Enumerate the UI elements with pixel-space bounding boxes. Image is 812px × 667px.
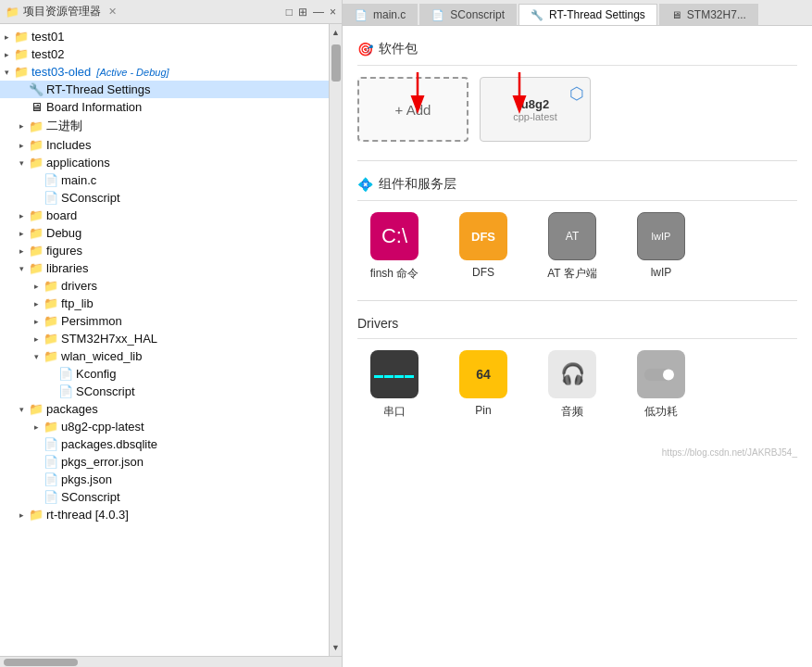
- panel-title: 📁 项目资源管理器 ✕: [6, 4, 117, 19]
- tree-label-test01: test01: [31, 30, 64, 44]
- panel-icon-3[interactable]: —: [313, 6, 324, 19]
- tree-item-rt-thread[interactable]: ▸📁rt-thread [4.0.3]: [0, 506, 329, 523]
- tree-item-board-info[interactable]: 🖥Board Information: [0, 98, 329, 116]
- tree-arrow-figures[interactable]: ▸: [15, 246, 28, 256]
- tree-item-main-c[interactable]: 📄main.c: [0, 171, 329, 189]
- tree-item-ftp_lib[interactable]: ▸📁ftp_lib: [0, 295, 329, 312]
- tree-arrow-test03-oled[interactable]: ▾: [0, 68, 13, 77]
- tree-item-drivers[interactable]: ▸📁drivers: [0, 277, 329, 295]
- tree-item-u8g2-cpp[interactable]: ▸📁u8g2-cpp-latest: [0, 418, 329, 435]
- tree-item-pkgs-error[interactable]: 📄pkgs_error.json: [0, 453, 329, 471]
- tree-item-packages[interactable]: ▾📁packages: [0, 400, 329, 418]
- package-logo-icon: ⬡: [569, 83, 584, 104]
- tree-item-test02[interactable]: ▸📁test02: [0, 45, 329, 63]
- software-packages-icon: 🎯: [357, 42, 373, 57]
- vertical-scrollbar[interactable]: ▲ ▼: [329, 24, 342, 656]
- tree-item-test03-oled[interactable]: ▾📁test03-oled[Active - Debug]: [0, 63, 329, 81]
- tree-label-sconscript1: SConscript: [61, 191, 120, 205]
- tree-arrow-test01[interactable]: ▸: [0, 32, 13, 42]
- package-card-u8g2[interactable]: u8g2 cpp-latest ⬡: [480, 77, 591, 142]
- tree-arrow-board[interactable]: ▸: [15, 211, 28, 220]
- tree-arrow-debug[interactable]: ▸: [15, 229, 28, 238]
- add-package-button[interactable]: + Add: [357, 77, 468, 142]
- tree-item-rt-thread-settings[interactable]: 🔧RT-Thread Settings: [0, 81, 329, 98]
- tree-arrow-u8g2-cpp[interactable]: ▸: [30, 422, 43, 432]
- tree-item-board[interactable]: ▸📁board: [0, 207, 329, 224]
- panel-icon-1[interactable]: □: [286, 6, 293, 19]
- component-serial[interactable]: ▬▬▬▬ 串口: [357, 350, 431, 420]
- tree-item-wlan_wiced[interactable]: ▾📁wlan_wiced_lib: [0, 347, 329, 365]
- tree-arrow-includes[interactable]: ▸: [15, 141, 28, 150]
- tree-arrow-ftp_lib[interactable]: ▸: [30, 299, 43, 308]
- tree-arrow-packages[interactable]: ▾: [15, 405, 28, 414]
- tree-arrow-applications[interactable]: ▾: [15, 158, 28, 168]
- package-version: cpp-latest: [513, 111, 557, 122]
- panel-icon-4[interactable]: ×: [330, 6, 336, 19]
- tree-label-applications: applications: [46, 156, 110, 170]
- content-area: 🎯 软件包 + Add u8g2 cpp-latest ⬡: [343, 26, 812, 667]
- tree-arrow-persimmon[interactable]: ▸: [30, 317, 43, 326]
- scroll-up-button[interactable]: ▲: [330, 24, 342, 41]
- tree-arrow-binary[interactable]: ▸: [15, 121, 28, 131]
- tree-arrow-rt-thread[interactable]: ▸: [15, 510, 28, 520]
- tree-item-sconscript3[interactable]: 📄SConscript: [0, 488, 329, 506]
- tree-item-pkgs-json[interactable]: 📄pkgs.json: [0, 471, 329, 488]
- finsh-icon: C:\: [370, 212, 418, 260]
- components-grid: C:\ finsh 命令 DFS DFS AT AT 客户端 lwIP lwIP: [357, 212, 797, 282]
- panel-icon-2[interactable]: ⊞: [298, 6, 307, 19]
- component-lowpower[interactable]: 低功耗: [624, 350, 698, 420]
- component-lwip[interactable]: lwIP lwIP: [624, 212, 698, 282]
- component-dfs[interactable]: DFS DFS: [446, 212, 520, 282]
- tree-scroll-area[interactable]: ▸📁test01▸📁test02▾📁test03-oled[Active - D…: [0, 24, 329, 656]
- tree-item-stm32h7[interactable]: ▸📁STM32H7xx_HAL: [0, 330, 329, 347]
- tree-label-drivers: drivers: [61, 279, 97, 293]
- tab-sconscript[interactable]: 📄 SConscript: [419, 4, 517, 25]
- tab-stm32h7[interactable]: 🖥 STM32H7...: [659, 4, 758, 25]
- tree-item-binary[interactable]: ▸📁二进制: [0, 116, 329, 136]
- tree-item-figures[interactable]: ▸📁figures: [0, 242, 329, 259]
- tree-arrow-stm32h7[interactable]: ▸: [30, 334, 43, 344]
- component-audio[interactable]: 🎧 音频: [535, 350, 609, 420]
- tree-icon-packages-db: 📄: [43, 437, 59, 451]
- tree-arrow-wlan_wiced[interactable]: ▾: [30, 352, 43, 361]
- tree-item-packages-db[interactable]: 📄packages.dbsqlite: [0, 435, 329, 453]
- component-at-client[interactable]: AT AT 客户端: [535, 212, 609, 282]
- svg-point-3: [663, 370, 674, 381]
- tree-item-applications[interactable]: ▾📁applications: [0, 154, 329, 171]
- tree-arrow-libraries[interactable]: ▾: [15, 264, 28, 273]
- tree-item-test01[interactable]: ▸📁test01: [0, 28, 329, 45]
- panel-close-icon[interactable]: ✕: [108, 6, 117, 18]
- tree-icon-binary: 📁: [28, 120, 44, 133]
- tree-icon-ftp_lib: 📁: [43, 296, 59, 310]
- tree-arrow-test02[interactable]: ▸: [0, 50, 13, 59]
- h-scrollbar-thumb[interactable]: [4, 659, 78, 666]
- tree-item-sconscript1[interactable]: 📄SConscript: [0, 189, 329, 207]
- tree-icon-u8g2-cpp: 📁: [43, 420, 59, 434]
- tree-icon-board-info: 🖥: [28, 100, 44, 114]
- tab-rt-settings[interactable]: 🔧 RT-Thread Settings: [518, 4, 657, 25]
- tree-label-pkgs-error: pkgs_error.json: [61, 455, 144, 469]
- tree-label-wlan_wiced: wlan_wiced_lib: [61, 349, 142, 363]
- dfs-icon: DFS: [459, 212, 507, 260]
- tree-arrow-drivers[interactable]: ▸: [30, 282, 43, 291]
- component-finsh[interactable]: C:\ finsh 命令: [357, 212, 431, 282]
- tree-item-kconfig[interactable]: 📄Kconfig: [0, 365, 329, 383]
- tree-label-persimmon: Persimmon: [61, 314, 122, 328]
- component-pin[interactable]: 64 Pin: [446, 350, 520, 420]
- divider-1: [357, 160, 797, 161]
- tree-item-debug[interactable]: ▸📁Debug: [0, 224, 329, 242]
- components-title: 组件和服务层: [379, 176, 456, 193]
- tree-item-includes[interactable]: ▸📁Includes: [0, 136, 329, 154]
- scroll-down-button[interactable]: ▼: [330, 639, 342, 656]
- tab-main-c[interactable]: 📄 main.c: [343, 4, 418, 25]
- drivers-grid: ▬▬▬▬ 串口 64 Pin 🎧 音频 低功耗: [357, 350, 797, 420]
- tree-item-libraries[interactable]: ▾📁libraries: [0, 259, 329, 277]
- drivers-title: Drivers: [357, 316, 398, 331]
- components-header: 💠 组件和服务层: [357, 176, 797, 201]
- tree-item-sconscript2[interactable]: 📄SConscript: [0, 383, 329, 400]
- horizontal-scrollbar[interactable]: [0, 656, 342, 667]
- tree-item-persimmon[interactable]: ▸📁Persimmon: [0, 312, 329, 330]
- tree-icon-figures: 📁: [28, 244, 44, 258]
- tree-label-figures: figures: [46, 244, 82, 258]
- tree-icon-board: 📁: [28, 208, 44, 222]
